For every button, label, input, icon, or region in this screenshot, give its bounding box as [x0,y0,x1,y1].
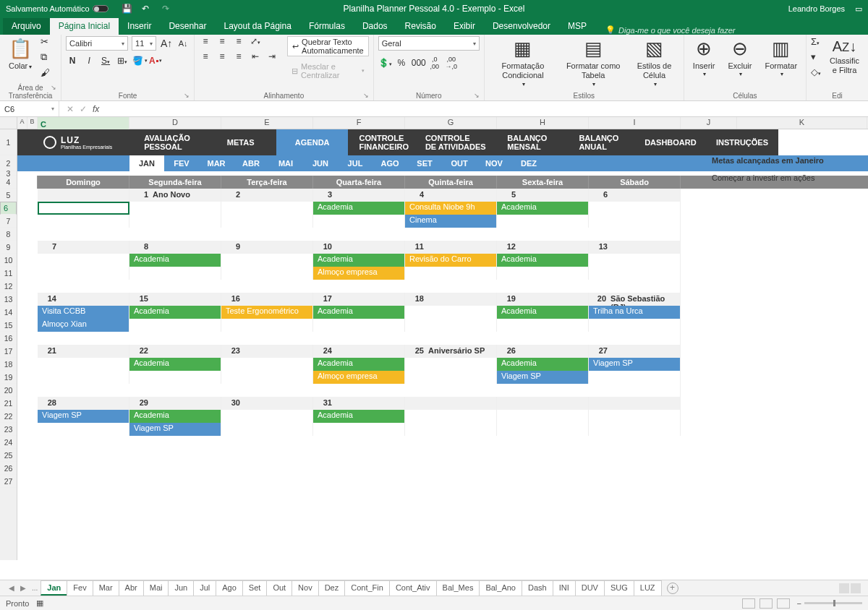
row-header-17[interactable]: 17 [0,345,17,358]
undo-icon[interactable]: ↶ [142,4,152,14]
month-mar[interactable]: MAR [199,155,234,171]
row-header-7[interactable]: 7 [0,215,17,228]
day-cell[interactable]: 16 [221,293,313,306]
delete-cells-button[interactable]: ⊖Excluir▾ [723,36,756,80]
day-cell[interactable] [589,397,681,410]
sort-filter-button[interactable]: AZ↓Classifice Filtra [825,36,864,77]
underline-button[interactable]: S▾ [99,56,112,66]
day-cell[interactable] [405,397,497,410]
day-cell[interactable]: 26 [497,345,589,358]
col-header-G[interactable]: G [405,117,497,129]
day-cell[interactable]: 10 [313,241,405,254]
event-cell[interactable] [221,254,313,267]
event-cell[interactable] [38,358,129,371]
event-cell[interactable] [313,215,405,228]
align-center-icon[interactable]: ≡ [216,51,229,61]
copy-icon[interactable]: ⧉ [41,51,50,63]
cell-styles-button[interactable]: ▧Estilos de Célula▾ [629,36,679,89]
cancel-formula-icon[interactable]: ✕ [67,104,74,114]
event-cell[interactable] [129,371,221,384]
event-cell[interactable]: Cinema [405,215,497,228]
event-cell[interactable] [221,371,313,384]
event-cell[interactable] [221,202,313,215]
event-cell[interactable] [221,215,313,228]
percent-format-icon[interactable]: % [395,58,408,68]
font-name-select[interactable]: Calibri▾ [66,36,128,51]
row-header-8[interactable]: 8 [0,228,17,241]
day-cell[interactable]: 11 [405,241,497,254]
dialog-launcher-icon[interactable]: ↘ [474,92,480,99]
event-cell[interactable]: Almoço empresa [313,267,405,280]
align-right-icon[interactable]: ≡ [232,51,245,61]
row-header-9[interactable]: 9 [0,241,17,254]
day-cell[interactable] [38,189,129,202]
event-cell[interactable] [38,267,129,280]
format-as-table-button[interactable]: ▤Formatar como Tabela▾ [561,36,625,89]
day-cell[interactable]: 6 [589,189,681,202]
nav-dashboard[interactable]: DASHBOARD [634,129,706,155]
event-cell[interactable] [221,410,313,423]
event-cell[interactable]: Academia [313,306,405,319]
user-name[interactable]: Leandro Borges [788,4,845,13]
tell-me-search[interactable]: 💡Diga-me o que você deseja fazer [605,25,735,35]
italic-button[interactable]: I [82,56,95,66]
col-header-H[interactable]: H [497,117,589,129]
day-cell[interactable]: 31 [313,397,405,410]
increase-indent-icon[interactable]: ⇥ [265,51,278,61]
event-cell[interactable]: Academia [497,254,589,267]
row-header-22[interactable]: 22 [0,410,17,423]
event-cell[interactable] [129,202,221,215]
autosave-toggle[interactable]: Salvamento Automático [6,4,109,13]
event-cell[interactable] [38,202,129,215]
decrease-indent-icon[interactable]: ⇤ [249,51,262,61]
row-header-24[interactable]: 24 [0,436,17,449]
event-cell[interactable] [589,371,681,384]
worksheet-grid[interactable]: 1234567891011121314151617181920212223242… [0,129,868,560]
accounting-format-icon[interactable]: 💲▾ [378,58,391,68]
day-cell[interactable]: 1Ano Novo [129,189,221,202]
fill-color-button[interactable]: 🪣▾ [132,56,145,66]
nav-metas[interactable]: METAS [205,129,276,155]
nav-instru-es[interactable]: INSTRUÇÕES [706,129,778,155]
event-cell[interactable] [221,267,313,280]
align-left-icon[interactable]: ≡ [199,51,212,61]
tab-insert[interactable]: Inserir [119,18,160,35]
day-cell[interactable]: 7 [38,241,129,254]
row-header-15[interactable]: 15 [0,319,17,332]
redo-icon[interactable]: ↷ [162,4,172,14]
day-cell[interactable] [497,397,589,410]
day-cell[interactable]: 28 [38,397,129,410]
event-cell[interactable]: Teste Ergonométrico [221,306,313,319]
month-jul[interactable]: JUL [338,155,373,171]
day-cell[interactable]: 13 [589,241,681,254]
event-cell[interactable]: Almoço empresa [313,371,405,384]
nav-agenda[interactable]: AGENDA [276,129,348,155]
day-cell[interactable]: 17 [313,293,405,306]
day-cell[interactable]: 19 [497,293,589,306]
event-cell[interactable]: Academia [497,306,589,319]
event-cell[interactable]: Consulta Niobe 9h [405,202,497,215]
event-cell[interactable] [313,319,405,332]
nav-balan-o-mensal[interactable]: BALANÇOMENSAL [491,129,563,155]
increase-font-icon[interactable]: A↑ [160,38,173,49]
event-cell[interactable]: Viagem SP [589,358,681,371]
event-cell[interactable] [405,423,497,436]
event-cell[interactable]: Academia [129,410,221,423]
event-cell[interactable] [38,423,129,436]
event-cell[interactable] [497,423,589,436]
enter-formula-icon[interactable]: ✓ [80,104,87,114]
font-color-button[interactable]: A▾ [149,56,162,66]
day-cell[interactable]: 9 [221,241,313,254]
event-cell[interactable] [313,423,405,436]
event-cell[interactable]: Academia [129,254,221,267]
month-dez[interactable]: DEZ [511,155,546,171]
event-cell[interactable]: Academia [497,202,589,215]
event-cell[interactable] [589,254,681,267]
tab-data[interactable]: Dados [354,18,396,35]
day-cell[interactable]: 4 [405,189,497,202]
event-cell[interactable] [405,267,497,280]
number-format-select[interactable]: Geral▾ [378,36,480,51]
col-header-I[interactable]: I [589,117,681,129]
row-header-25[interactable]: 25 [0,449,17,462]
nav-controle-de-atividades[interactable]: CONTROLEDE ATIVIDADES [420,129,491,155]
